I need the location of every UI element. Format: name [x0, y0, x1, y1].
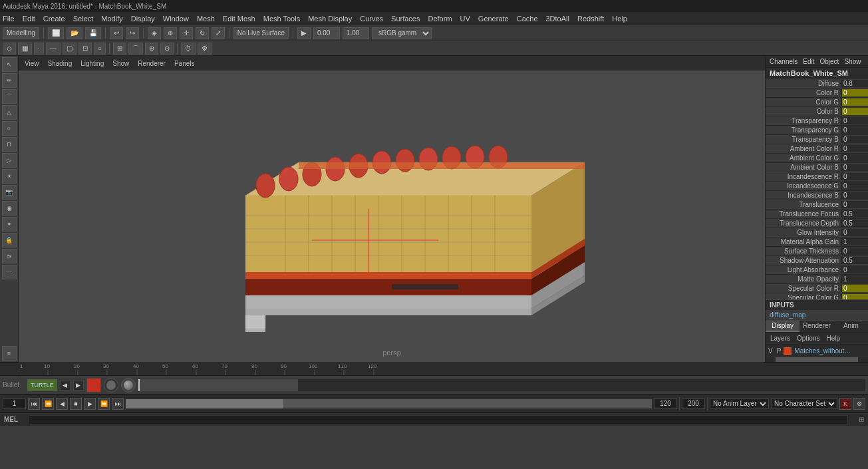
light-lt[interactable]: ☀ [2, 169, 17, 184]
render-settings-btn[interactable]: ⚙ [198, 43, 212, 55]
auto-key-btn[interactable]: K [839, 398, 851, 410]
softsel-btn[interactable]: ○ [94, 43, 106, 55]
icon-preview-1[interactable] [86, 378, 101, 392]
live-surface-btn[interactable]: No Live Surface [233, 27, 289, 39]
save-btn[interactable]: 💾 [85, 27, 101, 39]
history-btn[interactable]: ⏱ [181, 43, 196, 55]
paint-lt[interactable]: ✏ [2, 73, 17, 88]
layer-p-toggle[interactable]: P [777, 347, 782, 355]
menu-mesh-display[interactable]: Mesh Display [308, 15, 352, 23]
channel-value[interactable]: 0.5 [841, 210, 868, 218]
go-start-btn[interactable]: ⏮ [28, 398, 40, 410]
menu-redshift[interactable]: Redshift [577, 15, 604, 23]
vp-lighting[interactable]: Lighting [77, 59, 107, 68]
step-fwd-btn[interactable]: ⏩ [98, 398, 110, 410]
menu-modify[interactable]: Modify [101, 15, 122, 23]
right-scrollbar[interactable] [766, 357, 868, 362]
select-tool[interactable]: ◈ [148, 27, 161, 39]
tab-anim[interactable]: Anim [834, 321, 868, 332]
curve-lt[interactable]: ⌒ [2, 89, 17, 104]
channel-value[interactable]: 0 [841, 154, 868, 162]
tab-renderer[interactable]: Renderer [799, 321, 833, 332]
scroll-thumb[interactable] [776, 357, 857, 362]
cb-tab-edit[interactable]: Edit [803, 58, 814, 65]
snap-grid[interactable]: ⊞ [113, 43, 126, 55]
edge-btn[interactable]: — [46, 43, 61, 55]
rotate-tool[interactable]: ↻ [196, 27, 209, 39]
channel-value[interactable]: 0 [841, 247, 868, 255]
snap-view[interactable]: ⊙ [160, 43, 174, 55]
command-input[interactable] [29, 415, 848, 424]
cb-tab-object[interactable]: Object [820, 58, 839, 65]
menu-3dtoall[interactable]: 3DtoAll [546, 15, 569, 23]
menu-cache[interactable]: Cache [517, 15, 538, 23]
render-btn[interactable]: ▶ [297, 27, 311, 39]
menu-file[interactable]: File [3, 15, 15, 23]
menu-help[interactable]: Help [612, 15, 627, 23]
nurbs-lt[interactable]: ○ [2, 121, 17, 136]
fx-lt[interactable]: ✦ [2, 217, 17, 232]
menu-surfaces[interactable]: Surfaces [391, 15, 420, 23]
play-fwd-btn[interactable]: ▶ [84, 398, 96, 410]
channel-value[interactable]: 1 [841, 275, 868, 283]
channel-value[interactable]: 0 [841, 89, 868, 96]
select-mode-btn[interactable]: ◇ [3, 43, 16, 55]
anim-next-btn[interactable]: ▶ [73, 380, 84, 391]
move-tool[interactable]: ✛ [180, 27, 193, 39]
channel-value[interactable]: 0 [841, 229, 868, 236]
component-btn[interactable]: ▦ [18, 43, 32, 55]
x-field[interactable] [313, 27, 340, 39]
channel-value[interactable]: 0 [841, 201, 868, 208]
diffuse-map-input[interactable]: diffuse_map [766, 310, 868, 320]
deform-lt[interactable]: ⊓ [2, 137, 17, 152]
poly-lt[interactable]: △ [2, 105, 17, 120]
xgen-lt[interactable]: ≋ [2, 249, 17, 263]
vertex-btn[interactable]: · [34, 43, 44, 55]
subtab-options[interactable]: Options [795, 334, 821, 343]
channel-value[interactable]: 1 [841, 238, 868, 245]
settings-btn[interactable]: ⚙ [853, 398, 865, 410]
range-track[interactable] [126, 399, 652, 408]
tab-display[interactable]: Display [766, 321, 799, 332]
char-set-select[interactable]: No Character Set [771, 398, 837, 409]
menu-mesh-tools[interactable]: Mesh Tools [263, 15, 300, 23]
channel-value[interactable]: 0 [841, 173, 868, 180]
snap-curve[interactable]: ⌒ [128, 43, 143, 55]
step-back-btn[interactable]: ⏪ [42, 398, 54, 410]
channel-value[interactable]: 0 [841, 294, 868, 299]
channel-value[interactable]: 0 [841, 136, 868, 143]
stop-btn[interactable]: ■ [70, 398, 82, 410]
vp-renderer[interactable]: Renderer [134, 59, 169, 68]
anim-time-strip[interactable] [138, 379, 865, 391]
viewport[interactable]: View Shading Lighting Show Renderer Pane… [19, 56, 765, 362]
snap-point[interactable]: ⊕ [145, 43, 158, 55]
face-btn[interactable]: ▢ [63, 43, 76, 55]
icon-preview-3[interactable] [121, 378, 136, 392]
menu-select[interactable]: Select [73, 15, 94, 23]
misc-lt[interactable]: ⋯ [2, 265, 17, 279]
channel-value[interactable]: 0 [841, 98, 868, 106]
menu-edit[interactable]: Edit [23, 15, 35, 23]
vp-view[interactable]: View [21, 59, 43, 68]
icon-preview-2[interactable] [104, 378, 118, 392]
anim-layer-select[interactable]: No Anim Layer [710, 398, 769, 409]
menu-deform[interactable]: Deform [428, 15, 452, 23]
go-end-btn[interactable]: ⏭ [112, 398, 124, 410]
undo-btn[interactable]: ↩ [110, 27, 123, 39]
menu-window[interactable]: Window [163, 15, 189, 23]
play-back-btn[interactable]: ◀ [56, 398, 68, 410]
y-field[interactable] [343, 27, 369, 39]
scale-tool[interactable]: ⤢ [212, 27, 225, 39]
channel-value[interactable]: 0 [841, 285, 868, 292]
channel-value[interactable]: 0 [841, 126, 868, 134]
node-name[interactable]: MatchBook_White_SM [766, 68, 868, 79]
new-scene-btn[interactable]: ⬜ [48, 27, 64, 39]
menu-generate[interactable]: Generate [478, 15, 509, 23]
constraint-lt[interactable]: 🔒 [2, 233, 17, 247]
redo-btn[interactable]: ↪ [126, 27, 139, 39]
color-space-select[interactable]: sRGB gamma [372, 27, 432, 39]
menu-create[interactable]: Create [43, 15, 65, 23]
vp-show[interactable]: Show [109, 59, 132, 68]
menu-edit-mesh[interactable]: Edit Mesh [223, 15, 255, 23]
channel-value[interactable]: 0 [841, 182, 868, 190]
